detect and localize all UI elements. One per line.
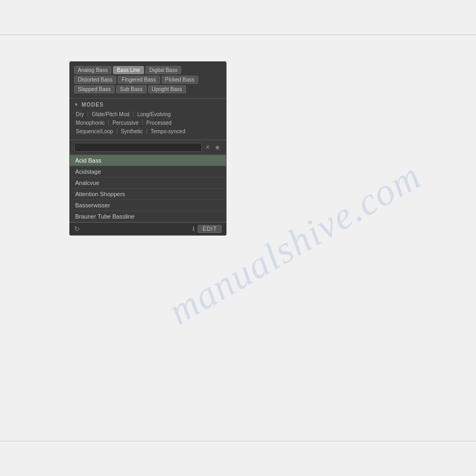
info-icon[interactable]: ℹ	[192, 225, 195, 232]
mode-tempo-synced[interactable]: Tempo-synced	[149, 128, 187, 135]
search-section: ✕ ★	[70, 140, 226, 155]
search-clear-icon[interactable]: ✕	[204, 144, 211, 151]
mode-row-1: Dry | Glide/Pitch Mod | Long/Evolving	[74, 111, 222, 118]
mode-sequence-loop[interactable]: Sequence/Loop	[74, 128, 115, 135]
mode-synthetic[interactable]: Synthetic	[119, 128, 144, 135]
mode-glide[interactable]: Glide/Pitch Mod	[90, 111, 131, 118]
list-item-0[interactable]: Acid Bass	[70, 155, 226, 166]
tag-analog-bass[interactable]: Analog Bass	[74, 66, 111, 74]
tag-row-2: Distorted Bass Fingered Bass Picked Bass	[74, 76, 222, 84]
mode-row-3: Sequence/Loop | Synthetic | Tempo-synced	[74, 128, 222, 135]
footer-right: ℹ EDIT	[192, 225, 222, 233]
tag-picked-bass[interactable]: Picked Bass	[162, 76, 198, 84]
tag-row-3: Slapped Bass Sub Bass Upright Bass	[74, 85, 222, 93]
tag-fingered-bass[interactable]: Fingered Bass	[118, 76, 159, 84]
mode-long-evolving[interactable]: Long/Evolving	[135, 111, 172, 118]
tag-bass-line[interactable]: Bass Line	[113, 66, 144, 74]
mode-percussive[interactable]: Percussive	[111, 119, 140, 126]
panel-footer: ↻ ℹ EDIT	[70, 222, 226, 235]
tag-row-1: Analog Bass Bass Line Digital Bass	[74, 66, 222, 74]
modes-arrow-icon[interactable]: ▼	[74, 102, 79, 107]
tag-slapped-bass[interactable]: Slapped Bass	[74, 85, 115, 93]
refresh-icon[interactable]: ↻	[74, 225, 80, 233]
top-rule	[0, 35, 476, 35]
tag-sub-bass[interactable]: Sub Bass	[116, 85, 147, 93]
modes-label: MODES	[82, 102, 104, 108]
tag-upright-bass[interactable]: Upright Bass	[148, 85, 186, 93]
list-section: Acid Bass Acidstage Analcvue Attention S…	[70, 155, 226, 222]
search-favorite-icon[interactable]: ★	[213, 143, 222, 151]
mode-processed[interactable]: Processed	[145, 119, 173, 126]
modes-header: ▼ MODES	[74, 102, 222, 108]
tag-distorted-bass[interactable]: Distorted Bass	[74, 76, 116, 84]
mode-monophonic[interactable]: Monophonic	[74, 119, 106, 126]
tag-digital-bass[interactable]: Digital Bass	[146, 66, 181, 74]
list-item-1[interactable]: Acidstage	[70, 166, 226, 178]
list-item-3[interactable]: Attention Shoppers	[70, 189, 226, 200]
bottom-rule	[0, 441, 476, 441]
search-input[interactable]	[74, 143, 202, 152]
list-item-4[interactable]: Basserwisser	[70, 200, 226, 211]
tags-section: Analog Bass Bass Line Digital Bass Disto…	[70, 62, 226, 99]
mode-row-2: Monophonic | Percussive | Processed	[74, 119, 222, 126]
list-item-5[interactable]: Brauner Tube Bassline	[70, 211, 226, 222]
mode-dry[interactable]: Dry	[74, 111, 86, 118]
main-panel: Analog Bass Bass Line Digital Bass Disto…	[69, 61, 227, 236]
list-item-2[interactable]: Analcvue	[70, 178, 226, 189]
edit-button[interactable]: EDIT	[198, 225, 222, 233]
modes-section: ▼ MODES Dry | Glide/Pitch Mod | Long/Evo…	[70, 99, 226, 140]
